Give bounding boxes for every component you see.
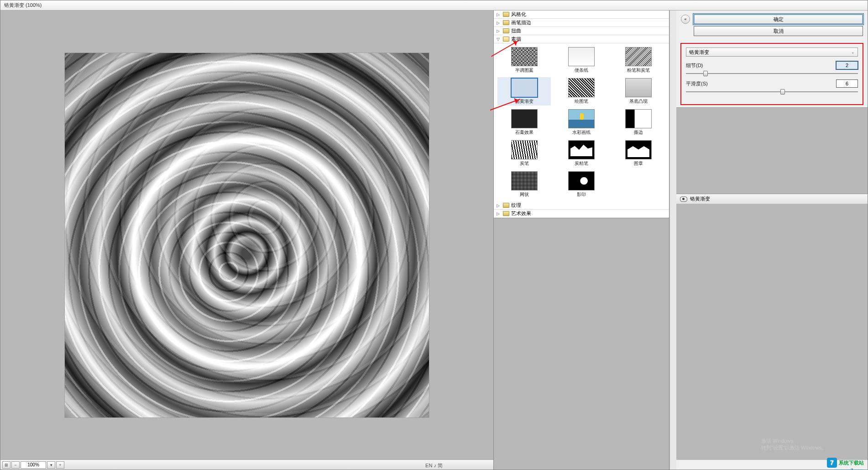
titlebar: 铬黄渐变 (100%)	[0, 0, 868, 11]
thumb-label: 粉笔和炭笔	[627, 67, 650, 74]
effect-layer-header[interactable]: 铬黄渐变	[676, 194, 868, 204]
effect-layer-stack: 铬黄渐变	[676, 194, 868, 460]
thumb-label: 绘图笔	[575, 98, 588, 105]
filter-thumb-基底凸现[interactable]: 基底凸现	[612, 77, 665, 106]
param-detail-input[interactable]	[836, 61, 858, 69]
filter-thumb-铬黄渐变[interactable]: 铬黄渐变	[497, 77, 551, 106]
thumb-image	[568, 171, 595, 190]
filter-browser-wrap: ▷风格化▷画笔描边▷扭曲▽素描半调图案便条纸粉笔和炭笔铬黄渐变绘图笔基底凸现石膏…	[494, 11, 676, 470]
thumb-image	[511, 109, 538, 128]
site-watermark: 7 系统下载站 www.xz7.com	[827, 458, 864, 468]
effect-layer-name: 铬黄渐变	[690, 195, 710, 202]
thumb-label: 网状	[520, 191, 529, 198]
filter-thumb-便条纸[interactable]: 便条纸	[554, 46, 608, 74]
window-title: 铬黄渐变 (100%)	[4, 2, 42, 9]
folder-icon	[503, 28, 509, 33]
thumb-label: 炭精笔	[575, 160, 588, 167]
filter-thumb-炭笔[interactable]: 炭笔	[497, 139, 551, 168]
preview-footer: ⊞ − ▾ +	[0, 459, 493, 470]
param-smooth-slider[interactable]	[686, 89, 858, 95]
filter-thumb-炭精笔[interactable]: 炭精笔	[554, 139, 608, 168]
eye-icon[interactable]	[680, 196, 687, 202]
category-纹理[interactable]: ▷纹理	[494, 201, 669, 210]
parameters-panel: 铬黄渐变 ⌄ 细节(D) 平滑度(S)	[681, 43, 863, 105]
thumb-label: 炭笔	[520, 160, 529, 167]
folder-icon	[503, 20, 509, 25]
category-艺术效果[interactable]: ▷艺术效果	[494, 210, 669, 218]
filter-gallery-window: 铬黄渐变 (100%) ⊞ − ▾ + ▷风格化▷画笔描边▷扭曲▽素描半调图案便…	[0, 0, 868, 470]
watermark-logo: 7	[827, 458, 837, 468]
filter-thumb-石膏效果[interactable]: 石膏效果	[497, 108, 551, 137]
triangle-icon: ▷	[497, 29, 501, 33]
category-label: 扭曲	[511, 27, 521, 34]
param-smooth-label: 平滑度(S)	[686, 80, 708, 87]
filter-thumb-撕边[interactable]: 撕边	[612, 108, 665, 137]
filter-thumb-影印[interactable]: 影印	[554, 170, 608, 199]
preview-canvas[interactable]	[0, 11, 493, 459]
triangle-icon: ▷	[497, 203, 501, 208]
filter-scrollbar[interactable]	[669, 11, 676, 470]
slider-track	[686, 73, 858, 74]
settings-gap	[676, 107, 868, 194]
filter-thumb-半调图案[interactable]: 半调图案	[497, 46, 551, 74]
filter-thumb-水彩画纸[interactable]: 水彩画纸	[554, 108, 608, 137]
filter-thumb-粉笔和炭笔[interactable]: 粉笔和炭笔	[612, 46, 665, 74]
thumb-label: 石膏效果	[515, 129, 533, 136]
category-label: 纹理	[511, 202, 521, 209]
thumbnail-grid: 半调图案便条纸粉笔和炭笔铬黄渐变绘图笔基底凸现石膏效果水彩画纸撕边炭笔炭精笔图章…	[494, 43, 669, 201]
thumb-image	[568, 109, 595, 128]
button-row: « 确定	[676, 11, 868, 26]
thumb-label: 基底凸现	[629, 98, 648, 105]
filter-thumb-图章[interactable]: 图章	[612, 139, 665, 168]
thumb-image	[625, 78, 652, 97]
watermark-text: 系统下载站	[839, 459, 864, 466]
category-风格化[interactable]: ▷风格化	[494, 11, 669, 19]
zoom-in-button[interactable]: +	[56, 461, 64, 469]
thumb-image	[625, 140, 652, 159]
category-画笔描边[interactable]: ▷画笔描边	[494, 19, 669, 27]
main-area: ⊞ − ▾ + ▷风格化▷画笔描边▷扭曲▽素描半调图案便条纸粉笔和炭笔铬黄渐变绘…	[0, 11, 868, 470]
thumb-image	[568, 78, 595, 97]
ok-button[interactable]: 确定	[694, 14, 863, 24]
category-label: 艺术效果	[511, 210, 531, 217]
param-smooth-input[interactable]	[836, 79, 858, 88]
zoom-field[interactable]	[21, 461, 46, 469]
slider-thumb[interactable]	[703, 71, 708, 76]
collapse-button[interactable]: «	[681, 15, 690, 24]
fit-button[interactable]: ⊞	[2, 461, 10, 469]
preset-label: 铬黄渐变	[689, 49, 709, 56]
watermark-url: www.xz7.com	[834, 468, 864, 470]
zoom-out-button[interactable]: −	[11, 461, 20, 469]
thumb-label: 半调图案	[515, 67, 533, 74]
category-扭曲[interactable]: ▷扭曲	[494, 27, 669, 35]
filter-thumb-绘图笔[interactable]: 绘图笔	[554, 77, 608, 106]
param-smooth-row: 平滑度(S)	[686, 79, 858, 88]
filter-browser-empty	[494, 218, 669, 470]
zoom-dropdown[interactable]: ▾	[47, 461, 55, 469]
right-panels: ▷风格化▷画笔描边▷扭曲▽素描半调图案便条纸粉笔和炭笔铬黄渐变绘图笔基底凸现石膏…	[493, 11, 868, 470]
thumb-image	[568, 47, 595, 66]
thumb-label: 影印	[577, 191, 586, 198]
param-detail-slider[interactable]	[686, 70, 858, 77]
slider-track	[686, 91, 858, 92]
thumb-image	[511, 78, 538, 97]
cancel-row: 取消	[676, 26, 868, 41]
cancel-button[interactable]: 取消	[694, 26, 863, 36]
thumb-label: 撕边	[634, 129, 643, 136]
param-detail-row: 细节(D)	[686, 61, 858, 69]
folder-icon	[503, 203, 509, 208]
preview-image	[64, 53, 429, 418]
category-label: 风格化	[511, 11, 526, 18]
folder-icon	[503, 211, 509, 216]
thumb-label: 便条纸	[575, 67, 588, 74]
preview-column: ⊞ − ▾ +	[0, 11, 493, 470]
thumb-image	[511, 47, 538, 66]
folder-icon	[503, 37, 509, 42]
filter-preset-select[interactable]: 铬黄渐变 ⌄	[686, 48, 858, 57]
thumb-image	[511, 171, 538, 190]
thumb-label: 水彩画纸	[572, 129, 591, 136]
thumb-image	[511, 140, 538, 159]
filter-thumb-网状[interactable]: 网状	[497, 170, 551, 199]
param-detail-label: 细节(D)	[686, 62, 703, 69]
slider-thumb[interactable]	[780, 89, 785, 95]
